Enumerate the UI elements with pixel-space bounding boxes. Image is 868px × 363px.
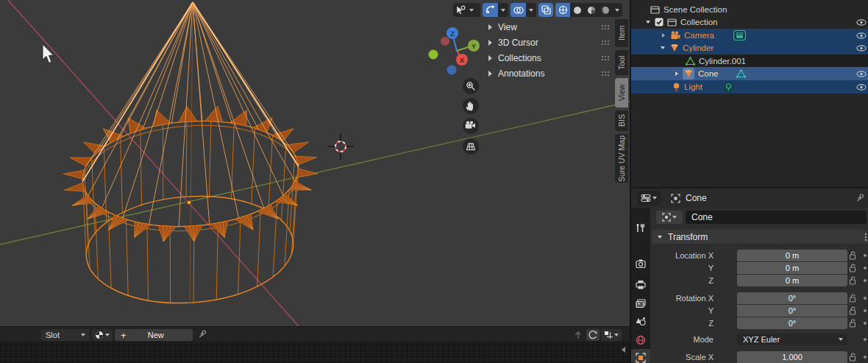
rotation-y-field[interactable]: 0° [737, 305, 847, 317]
collapse-arrow-icon[interactable] [661, 46, 665, 49]
gizmo-minus-x[interactable] [441, 37, 449, 46]
animate-dot[interactable] [864, 297, 867, 300]
gizmo-minus-y[interactable] [429, 50, 438, 60]
outliner-row-cone[interactable]: Cone [631, 67, 868, 80]
tab-object-properties[interactable] [631, 349, 650, 363]
animate-dot[interactable] [864, 254, 867, 257]
collapse-arrow-icon[interactable] [646, 21, 650, 24]
animate-dot[interactable] [864, 279, 867, 282]
editor-type-button[interactable] [637, 191, 661, 205]
expand-arrow-icon[interactable] [675, 71, 678, 76]
tab-sure-uv-map[interactable]: Sure UV Map [615, 134, 628, 183]
wireframe-cone-object[interactable] [63, 2, 318, 310]
expand-arrow-icon[interactable] [662, 33, 665, 38]
object-data-selector[interactable] [656, 211, 683, 224]
panel-options-icon[interactable] [864, 233, 867, 242]
shading-material-button[interactable] [584, 3, 598, 17]
location-x-field[interactable]: 0 m [737, 250, 847, 261]
animate-dot[interactable] [864, 267, 867, 269]
row-label: Mode [650, 334, 714, 345]
outliner-row-cylinder[interactable]: Cylinder [631, 41, 868, 54]
outliner-row-light[interactable]: Light [631, 80, 868, 94]
npanel-section-view[interactable]: View [485, 20, 616, 35]
shading-rendered-button[interactable] [598, 3, 612, 17]
browse-image-button[interactable] [92, 329, 113, 341]
eye-icon[interactable] [856, 32, 867, 39]
eye-icon[interactable] [856, 84, 867, 91]
outliner-row-cylinder-001[interactable]: Cylinder.001 [631, 54, 868, 68]
transform-panel-header[interactable]: Transform [652, 230, 868, 244]
tab-view[interactable]: View [615, 78, 628, 108]
gizmos-dropdown[interactable] [498, 3, 508, 17]
drag-dots-icon[interactable] [601, 71, 611, 77]
tab-output-properties[interactable] [631, 275, 650, 293]
unlock-icon[interactable] [849, 294, 857, 303]
eye-icon[interactable] [856, 19, 867, 26]
properties-editor: Cone [631, 188, 868, 363]
gizmos-toggle-button[interactable] [483, 3, 498, 17]
eye-icon[interactable] [856, 45, 867, 52]
location-z-field[interactable]: 0 m [737, 275, 847, 286]
eye-icon[interactable] [856, 71, 867, 77]
pin-icon[interactable] [197, 329, 207, 340]
viewport-3d[interactable]: Z Y X [0, 0, 630, 326]
proportional-edit-button[interactable] [586, 329, 600, 341]
unlock-icon[interactable] [849, 319, 857, 328]
collapse-arrow-icon [658, 236, 662, 239]
collapse-left-icon[interactable] [622, 347, 625, 353]
drag-dots-icon[interactable] [601, 55, 611, 61]
animate-dot[interactable] [864, 322, 867, 325]
pin-icon[interactable] [855, 193, 865, 204]
location-y-field[interactable]: 0 m [737, 262, 847, 274]
npanel-section-collections[interactable]: Collections [485, 51, 616, 66]
scale-x-field[interactable]: 1.000 [737, 351, 847, 363]
slot-dropdown[interactable]: Slot [41, 329, 90, 341]
new-image-button[interactable]: + New [115, 329, 193, 341]
gizmo-minus-z[interactable] [447, 66, 457, 75]
zoom-button[interactable] [463, 78, 479, 94]
drag-dots-icon[interactable] [601, 40, 611, 46]
object-name-field[interactable]: Cone [686, 211, 867, 224]
shading-dropdown[interactable] [612, 3, 622, 17]
uv-editor-grid[interactable] [0, 342, 630, 363]
animate-dot[interactable] [864, 338, 867, 341]
animate-dot[interactable] [864, 309, 867, 312]
npanel-section-annotations[interactable]: Annotations [485, 66, 616, 81]
unlock-icon[interactable] [849, 264, 857, 272]
rotation-mode-dropdown[interactable]: XYZ Euler [737, 334, 847, 345]
outliner-row-camera[interactable]: Camera [631, 29, 868, 42]
npanel-section-3d-cursor[interactable]: 3D Cursor [485, 35, 616, 50]
rotation-z-field[interactable]: 0° [737, 317, 847, 329]
rotation-x-field[interactable]: 0° [737, 292, 847, 304]
tab-world-properties[interactable] [631, 331, 650, 349]
overlays-dropdown[interactable] [526, 3, 536, 17]
object-visibility-button[interactable] [453, 3, 480, 17]
tab-bis[interactable]: BIS [615, 110, 628, 131]
up-arrow-icon[interactable] [573, 330, 583, 339]
outliner-row-collection[interactable]: Collection [631, 15, 868, 29]
unlock-icon[interactable] [849, 276, 857, 285]
snap-button[interactable] [601, 329, 622, 341]
drag-dots-icon[interactable] [601, 24, 611, 30]
unlock-icon[interactable] [849, 251, 857, 260]
tab-item[interactable]: Item [615, 19, 628, 47]
checkbox-checked-icon[interactable] [655, 18, 664, 27]
navigation-gizmo[interactable]: Z Y X [429, 27, 480, 75]
unlock-icon[interactable] [849, 306, 857, 315]
tab-view-layer-properties[interactable] [631, 295, 650, 312]
tab-tool[interactable]: Tool [615, 50, 628, 75]
tab-tool-properties[interactable] [631, 219, 650, 237]
overlays-toggle-button[interactable] [511, 3, 526, 17]
viewport-nav-buttons[interactable] [463, 78, 479, 155]
tab-scene-properties[interactable] [631, 312, 650, 330]
active-camera-badge-icon[interactable] [733, 30, 746, 40]
shading-wireframe-button[interactable] [555, 3, 570, 17]
shading-solid-button[interactable] [570, 3, 584, 17]
object-name: Camera [684, 31, 714, 40]
animate-dot[interactable] [864, 356, 867, 359]
breadcrumb-object-name: Cone [686, 193, 707, 203]
outliner-row-scene-collection[interactable]: Scene Collection [631, 3, 868, 16]
unlock-icon[interactable] [849, 353, 857, 362]
tab-render-properties[interactable] [631, 255, 650, 272]
xray-toggle-button[interactable] [538, 3, 553, 17]
